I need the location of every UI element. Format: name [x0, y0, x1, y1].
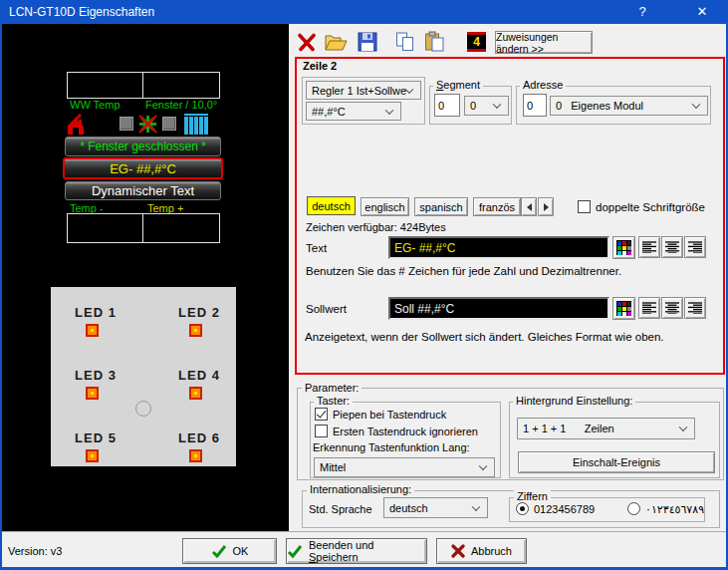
ok-button[interactable]: OK [182, 538, 277, 564]
text-color-button[interactable] [612, 236, 635, 259]
align-left-icon [642, 302, 656, 314]
ignore-first-checkbox-label: Ersten Tastendruck ignorieren [333, 426, 478, 437]
sollwert-color-button[interactable] [612, 297, 635, 320]
sollwert-hint: Anzeigetext, wenn der Sollwert sich ände… [305, 331, 664, 343]
paste-icon[interactable] [424, 31, 445, 52]
beep-checkbox-label: Piepen bei Tastendruck [333, 409, 446, 421]
tab-franzoesisch[interactable]: französ [473, 197, 521, 216]
check-icon [211, 544, 227, 558]
open-icon[interactable] [325, 32, 348, 52]
tab-englisch[interactable]: englisch [361, 197, 409, 216]
tab-spanisch[interactable]: spanisch [414, 197, 468, 216]
sollwert-field-label: Sollwert [306, 303, 347, 315]
x-icon [451, 544, 465, 558]
heating-house-icon [64, 114, 90, 136]
sollwert-align-left-button[interactable] [638, 297, 660, 319]
tab-deutsch[interactable]: deutsch [307, 196, 356, 215]
text-align-right-button[interactable] [684, 236, 706, 258]
window-state-icon [162, 117, 176, 131]
arabic-digits-radio[interactable] [627, 502, 640, 515]
assignments-button[interactable]: Zuweisungen ändern >> [495, 31, 593, 54]
led-indicator[interactable] [189, 387, 202, 400]
ignore-first-checkbox[interactable] [315, 425, 328, 437]
page4-icon[interactable]: 4 [467, 32, 486, 52]
double-font-checkbox[interactable] [578, 200, 591, 213]
preview-touch-zone[interactable] [67, 213, 143, 243]
window-state-icon [120, 117, 133, 131]
delete-icon[interactable] [297, 33, 317, 52]
text-field-label: Text [306, 242, 327, 254]
cancel-button-label: Abbruch [471, 545, 512, 557]
align-center-icon [665, 302, 679, 314]
display-line-2-selected[interactable]: EG- ##,#°C [63, 157, 223, 179]
std-language-label: Std. Sprache [309, 503, 372, 515]
save-icon[interactable] [358, 32, 377, 52]
help-button[interactable]: ? [622, 0, 662, 24]
beep-checkbox[interactable] [315, 408, 328, 421]
function-combo[interactable]: Regler 1 Ist+Sollwe [306, 81, 421, 100]
sollwert-align-right-button[interactable] [684, 297, 706, 319]
led-label: LED 3 [66, 368, 125, 383]
text-input[interactable] [388, 236, 609, 259]
display-line-3[interactable]: Dynamischer Text [65, 181, 221, 200]
detect-long-combo[interactable]: Mittel [314, 457, 495, 477]
adresse-combo[interactable]: 0 Eigenes Modul [550, 96, 708, 116]
tab-scroll-left-button[interactable] [521, 197, 537, 216]
led-indicator[interactable] [86, 324, 99, 337]
sollwert-input[interactable] [388, 297, 609, 320]
chevron-down-icon [679, 424, 687, 431]
cancel-button[interactable]: Abbruch [436, 538, 527, 564]
segment-combo[interactable]: 0 [464, 96, 509, 116]
text-align-center-button[interactable] [661, 236, 683, 258]
radiator-icon [183, 114, 209, 136]
version-text: Version: v3 [8, 545, 62, 557]
preview-label-ww-temp[interactable]: WW Temp [70, 99, 121, 111]
std-language-combo[interactable]: deutsch [383, 497, 488, 518]
adresse-id-input[interactable] [523, 94, 547, 117]
led-label: LED 5 [66, 430, 125, 445]
preview-touch-zone[interactable] [142, 72, 220, 99]
display-line-1-text: * Fenster geschlossen * [80, 140, 206, 153]
segment-group-label: Segment [433, 79, 483, 91]
preview-touch-zone[interactable] [67, 72, 143, 99]
tab-scroll-right-button[interactable] [538, 197, 554, 216]
color-palette-icon [616, 240, 631, 255]
title-bar[interactable]: LCN-GT10D Eigenschaften ? ✕ [0, 0, 728, 24]
copy-icon[interactable] [395, 32, 415, 52]
segment-id-input[interactable] [434, 94, 460, 117]
text-hint: Benutzen Sie das # Zeichen für jede Zahl… [306, 265, 621, 277]
chevron-down-icon [385, 106, 393, 114]
latin-digits-radio[interactable] [516, 502, 529, 515]
einschalt-ereignis-button[interactable]: Einschalt-Ereignis [518, 451, 715, 473]
led-indicator[interactable] [189, 324, 202, 337]
intl-group-label: Internationalisierung: [307, 483, 414, 495]
tab-spanisch-label: spanisch [419, 201, 462, 213]
center-knob [135, 401, 151, 417]
chevron-down-icon [692, 101, 700, 109]
led-indicator[interactable] [189, 449, 202, 462]
background-group-label: Hintergrund Einstellung: [513, 395, 635, 407]
dialog-window: LCN-GT10D Eigenschaften ? ✕ WW Temp Fens… [0, 0, 728, 570]
led-label: LED 1 [66, 305, 125, 320]
display-line-1[interactable]: * Fenster geschlossen * [65, 137, 221, 156]
format-combo-value: ##,#°C [312, 106, 346, 118]
arrow-right-icon [544, 203, 549, 211]
preview-label-fenster[interactable]: Fenster / 10,0° [145, 99, 217, 111]
led-label: LED 2 [169, 305, 229, 320]
text-align-left-button[interactable] [638, 236, 660, 258]
std-language-combo-value: deutsch [389, 502, 428, 514]
chars-available-text: Zeichen verfügbar: 424Bytes [306, 221, 446, 233]
led-panel: LED 1 LED 2 LED 3 LED 4 LED 5 LED 6 [51, 287, 236, 466]
close-button[interactable]: ✕ [682, 0, 722, 24]
led-label: LED 6 [169, 430, 229, 445]
led-indicator[interactable] [86, 387, 99, 400]
led-indicator[interactable] [86, 449, 99, 462]
double-font-label: doppelte Schriftgröße [596, 201, 705, 213]
sollwert-align-center-button[interactable] [661, 297, 683, 319]
format-combo[interactable]: ##,#°C [306, 102, 401, 121]
zeilen-combo[interactable]: 1 + 1 + 1 Zeilen [517, 418, 695, 439]
save-and-exit-button[interactable]: Beenden und Speichern [286, 538, 427, 564]
tab-deutsch-label: deutsch [312, 200, 351, 212]
preview-touch-zone[interactable] [142, 213, 220, 243]
chevron-down-icon [479, 462, 487, 470]
